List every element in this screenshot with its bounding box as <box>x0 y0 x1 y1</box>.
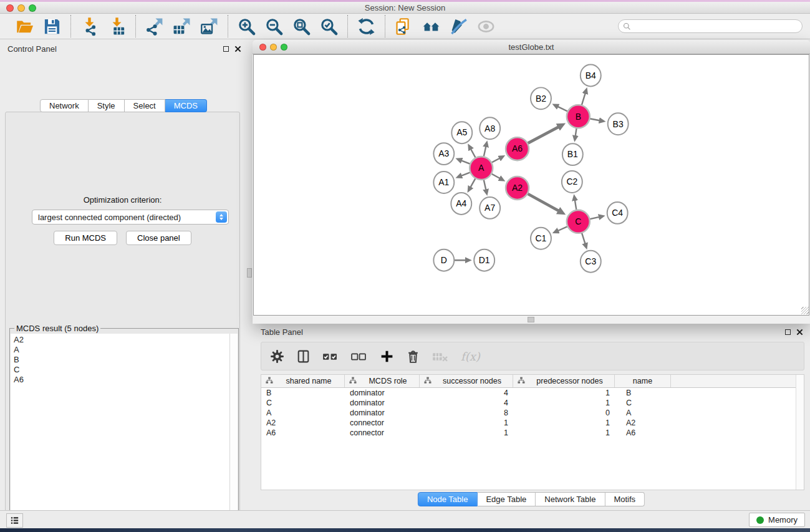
node-B1[interactable]: B1 <box>562 143 583 165</box>
float-table-panel-icon[interactable] <box>785 329 791 335</box>
result-item[interactable]: A6 <box>14 375 229 385</box>
node-C[interactable]: C <box>567 210 590 233</box>
splitter-handle[interactable] <box>247 268 252 278</box>
import-network-icon[interactable] <box>79 16 100 37</box>
node-D[interactable]: D <box>433 249 454 271</box>
node-label: A2 <box>512 183 523 193</box>
node-A4[interactable]: A4 <box>451 193 471 215</box>
node-A1[interactable]: A1 <box>433 172 454 193</box>
toolbar-group-0 <box>6 16 70 37</box>
column-label: successor nodes <box>434 377 510 385</box>
node-C4[interactable]: C4 <box>607 202 628 224</box>
select-all-icon[interactable] <box>322 349 340 364</box>
delete-column-icon[interactable] <box>405 349 421 364</box>
cytoscape-home-icon[interactable] <box>420 16 442 37</box>
node-B4[interactable]: B4 <box>581 64 601 86</box>
node-A7[interactable]: A7 <box>480 197 500 219</box>
tab-mcds[interactable]: MCDS <box>165 99 207 112</box>
node-A6[interactable]: A6 <box>506 137 529 160</box>
network-hscrollbar[interactable] <box>253 316 809 324</box>
search-input[interactable] <box>631 21 798 31</box>
save-session-icon[interactable] <box>41 16 63 37</box>
export-image-icon[interactable] <box>198 16 220 37</box>
node-B3[interactable]: B3 <box>608 113 629 135</box>
mcds-result-list[interactable]: A2ABCA6 <box>11 334 229 532</box>
result-item[interactable]: C <box>14 365 229 375</box>
node-label: A6 <box>512 143 523 153</box>
export-table-icon[interactable] <box>171 16 193 37</box>
node-A[interactable]: A <box>470 157 493 180</box>
table-row[interactable]: A2connector11A2 <box>261 418 804 428</box>
table-mode-icon[interactable] <box>296 349 311 364</box>
hierarchy-icon <box>516 377 528 386</box>
run-mcds-button[interactable]: Run MCDS <box>54 231 117 245</box>
node-label: C <box>575 216 581 226</box>
node-A2[interactable]: A2 <box>506 177 529 200</box>
node-C3[interactable]: C3 <box>581 251 601 273</box>
open-session-icon[interactable] <box>14 16 36 37</box>
hide-graphics-details-icon[interactable] <box>448 16 470 37</box>
network-graph[interactable]: B4B2BB3A8A5A6A3B1AA1C2A2A4A7C4CC1C3DD1 <box>254 55 809 315</box>
import-table-icon[interactable] <box>106 16 128 37</box>
tab-style[interactable]: Style <box>89 99 125 112</box>
node-C2[interactable]: C2 <box>562 171 582 193</box>
table-vscrollbar[interactable] <box>796 375 804 490</box>
apply-layout-icon[interactable] <box>355 16 377 37</box>
zoom-selected-icon[interactable] <box>318 16 340 37</box>
table-row[interactable]: A6connector11A6 <box>261 428 804 438</box>
column-header-name[interactable]: name <box>615 375 671 387</box>
tab-motifs[interactable]: Motifs <box>605 492 645 506</box>
node-A3[interactable]: A3 <box>433 143 454 165</box>
zoom-in-icon[interactable] <box>236 16 258 37</box>
table-cell: 1 <box>513 388 615 398</box>
memory-button[interactable]: Memory <box>749 513 805 527</box>
hierarchy-icon <box>422 377 434 386</box>
table-row[interactable]: Adominator80A <box>261 408 804 418</box>
deselect-all-icon[interactable] <box>350 349 369 364</box>
column-label: name <box>617 377 668 385</box>
network-window-titlebar[interactable]: testGlobe.txt <box>253 40 810 54</box>
desktop-strip-bottom <box>0 528 810 532</box>
node-label: A4 <box>456 198 466 208</box>
zoom-out-icon[interactable] <box>263 16 285 37</box>
node-table[interactable]: shared nameMCDS rolesuccessor nodesprede… <box>261 374 804 490</box>
result-item[interactable]: B <box>14 355 229 365</box>
network-hscroll-thumb[interactable] <box>528 317 534 322</box>
criterion-dropdown[interactable]: largest connected component (directed) <box>32 210 229 225</box>
search-box[interactable] <box>618 19 803 33</box>
zoom-fit-icon[interactable] <box>291 16 312 37</box>
tab-node-table[interactable]: Node Table <box>418 492 478 506</box>
table-row[interactable]: Bdominator41B <box>261 388 804 398</box>
node-C1[interactable]: C1 <box>531 228 551 249</box>
tab-network[interactable]: Network <box>40 99 89 112</box>
table-cell: A <box>261 408 345 418</box>
resize-grip-icon[interactable] <box>801 307 809 314</box>
node-A8[interactable]: A8 <box>480 117 500 139</box>
column-header-predecessor-nodes[interactable]: predecessor nodes <box>513 375 615 387</box>
add-column-icon[interactable] <box>379 349 395 364</box>
node-B2[interactable]: B2 <box>531 87 551 109</box>
column-settings-icon[interactable] <box>269 349 285 364</box>
result-scrollbar[interactable] <box>229 334 238 532</box>
table-cell: C <box>615 398 671 408</box>
column-header-MCDS-role[interactable]: MCDS role <box>345 375 420 387</box>
close-table-panel-icon[interactable] <box>796 329 803 336</box>
node-D1[interactable]: D1 <box>474 249 494 271</box>
tab-select[interactable]: Select <box>125 99 165 112</box>
new-network-from-selection-icon[interactable] <box>393 16 415 37</box>
column-header-successor-nodes[interactable]: successor nodes <box>420 375 513 387</box>
result-item[interactable]: A2 <box>14 335 229 345</box>
list-icon <box>9 515 20 526</box>
close-panel-button[interactable]: Close panel <box>126 231 191 245</box>
export-network-icon[interactable] <box>143 16 165 37</box>
tab-network-table[interactable]: Network Table <box>536 492 605 506</box>
table-row[interactable]: Cdominator41C <box>261 398 804 408</box>
network-canvas[interactable]: B4B2BB3A8A5A6A3B1AA1C2A2A4A7C4CC1C3DD1 <box>253 54 809 316</box>
result-item[interactable]: A <box>14 345 229 355</box>
tab-edge-table[interactable]: Edge Table <box>477 492 536 506</box>
node-B[interactable]: B <box>567 105 590 128</box>
task-history-button[interactable] <box>6 513 23 528</box>
column-header-shared-name[interactable]: shared name <box>261 375 345 387</box>
table-cell: 1 <box>513 428 615 438</box>
node-A5[interactable]: A5 <box>451 122 472 143</box>
